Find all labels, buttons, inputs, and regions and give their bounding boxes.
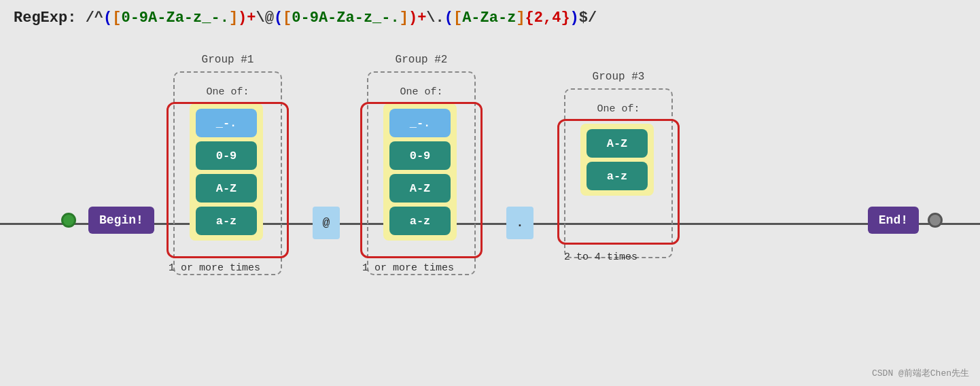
group1-repeat-label: 1 or more times [169,262,260,274]
group3-repeat-border [557,119,680,245]
group3-label: Group #3 [593,71,645,83]
end-label: End! [879,213,908,227]
group3-one-of: One of: [597,103,640,115]
group2-label: Group #2 [396,54,448,66]
regex-label: RegExp: [14,10,86,27]
group1-label: Group #1 [202,54,254,66]
group2-repeat-label: 1 or more times [362,262,454,274]
at-connector: @ [313,207,340,239]
start-circle [61,213,76,228]
group2-one-of: One of: [400,86,442,98]
group1-one-of: One of: [206,86,249,98]
begin-node: Begin! [88,207,154,234]
regex-display: /^([0-9A-Za-z_-.])+\@([0-9A-Za-z_-.])+\.… [86,10,597,27]
group2-repeat-border [360,102,483,258]
regex-header: RegExp: /^([0-9A-Za-z_-.])+\@([0-9A-Za-z… [14,8,597,29]
end-circle [928,213,943,228]
main-container: RegExp: /^([0-9A-Za-z_-.])+\@([0-9A-Za-z… [0,0,980,386]
group1-repeat-border [167,102,289,258]
end-node: End! [868,207,919,234]
dot-connector: . [506,207,533,239]
begin-label: Begin! [99,213,143,227]
group3-repeat-label: 2 to 4 times [564,251,637,263]
watermark: CSDN @前端老Chen先生 [872,367,969,379]
